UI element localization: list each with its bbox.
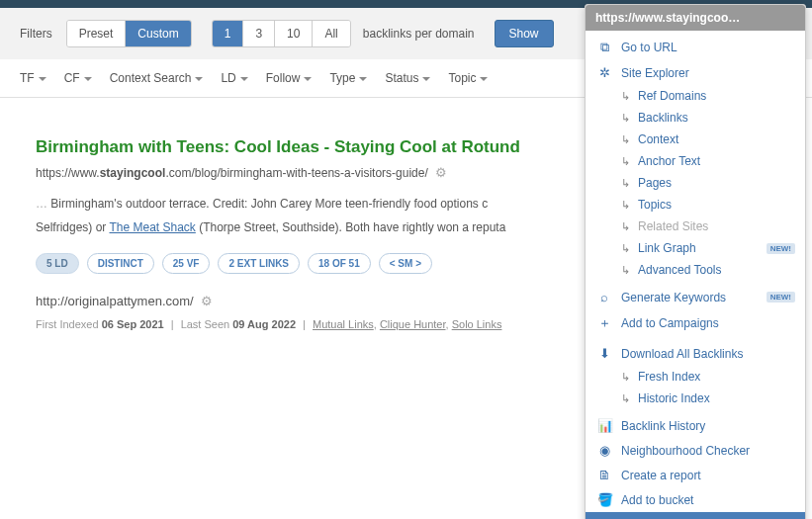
url-domain: stayingcool — [100, 166, 166, 180]
menu-backlink-history[interactable]: 📊 Backlink History — [586, 413, 805, 438]
pill-distinct[interactable]: DISTINCT — [87, 253, 154, 274]
sub-arrow-icon: ↳ — [621, 220, 630, 233]
menu-label: Neighbourhood Checker — [621, 444, 750, 458]
solo-links-link[interactable]: Solo Links — [452, 318, 502, 330]
pill-ld[interactable]: 5 LD — [36, 253, 79, 274]
preset-button[interactable]: Preset — [67, 21, 127, 46]
context-search-dropdown[interactable]: Context Search — [110, 71, 204, 85]
status-dropdown[interactable]: Status — [385, 71, 430, 85]
url-prefix: https://www. — [36, 166, 100, 180]
sub-arrow-icon: ↳ — [621, 392, 630, 405]
menu-anchor-text[interactable]: ↳Anchor Text — [586, 150, 805, 172]
pp-all-button[interactable]: All — [313, 21, 349, 46]
menu-topics[interactable]: ↳Topics — [586, 194, 805, 216]
menu-neighbourhood[interactable]: ◉ Neighbourhood Checker — [586, 438, 805, 463]
menu-generate-keywords[interactable]: ⌕ Generate Keywords NEW! — [586, 285, 805, 309]
show-button[interactable]: Show — [495, 20, 554, 47]
menu-context[interactable]: ↳Context — [586, 129, 805, 150]
tf-dropdown[interactable]: TF — [20, 71, 46, 85]
pill-of[interactable]: 18 OF 51 — [308, 253, 371, 274]
ld-dropdown[interactable]: LD — [221, 71, 247, 85]
gear-icon[interactable]: ⚙ — [201, 294, 213, 308]
menu-label: Pages — [638, 176, 672, 190]
menu-pages[interactable]: ↳Pages — [586, 172, 805, 194]
backlink-url-text[interactable]: http://originalpattymen.com/ — [36, 294, 194, 308]
preset-custom-group: Preset Custom — [66, 20, 192, 47]
snippet-link[interactable]: The Meat Shack — [109, 220, 195, 234]
cf-dropdown[interactable]: CF — [64, 71, 92, 85]
menu-set-default[interactable]: ⚙ Set default action — [586, 512, 805, 519]
menu-add-campaigns[interactable]: ＋ Add to Campaigns — [586, 309, 805, 337]
menu-advanced-tools[interactable]: ↳Advanced Tools — [586, 259, 805, 281]
pp-1-button[interactable]: 1 — [213, 21, 244, 46]
topic-dropdown[interactable]: Topic — [448, 71, 488, 85]
gear-icon[interactable]: ⚙ — [435, 165, 447, 180]
pp-10-button[interactable]: 10 — [275, 21, 313, 46]
menu-label: Go to URL — [621, 41, 677, 54]
menu-fresh-index[interactable]: ↳Fresh Index — [586, 366, 805, 388]
ellipsis: … — [36, 197, 47, 211]
sub-arrow-icon: ↳ — [621, 90, 630, 103]
pill-ext-links[interactable]: 2 EXT LINKS — [218, 253, 300, 274]
chart-icon: 📊 — [597, 418, 611, 433]
sub-arrow-icon: ↳ — [621, 112, 630, 125]
snippet-text-2b: (Thorpe Street, Southside). Both have ri… — [196, 220, 506, 234]
menu-label: Related Sites — [638, 219, 708, 233]
sub-arrow-icon: ↳ — [621, 155, 630, 168]
menu-label: Backlinks — [638, 111, 688, 125]
document-icon: 🗎 — [597, 468, 611, 482]
compass-icon: ✲ — [597, 65, 611, 80]
menu-link-graph[interactable]: ↳Link GraphNEW! — [586, 237, 805, 259]
menu-label: Create a report — [621, 469, 701, 482]
clique-hunter-link[interactable]: Clique Hunter — [380, 318, 446, 330]
type-dropdown[interactable]: Type — [329, 71, 367, 85]
per-domain-label: backlinks per domain — [363, 27, 475, 41]
menu-label: Topics — [638, 198, 672, 212]
pill-vf[interactable]: 25 VF — [162, 253, 211, 274]
follow-dropdown[interactable]: Follow — [266, 71, 313, 85]
menu-label: Advanced Tools — [638, 263, 722, 277]
new-badge: NEW! — [767, 292, 795, 303]
external-link-icon: ⧉ — [597, 40, 611, 55]
menu-label: Generate Keywords — [621, 291, 726, 304]
menu-historic-index[interactable]: ↳Historic Index — [586, 388, 805, 409]
snippet-text-1: Birmingham's outdoor terrace. Credit: Jo… — [47, 197, 488, 211]
menu-backlinks[interactable]: ↳Backlinks — [586, 107, 805, 129]
plus-icon: ＋ — [597, 314, 611, 332]
menu-label: Add to Campaigns — [621, 316, 719, 330]
menu-label: Backlink History — [621, 419, 705, 433]
bucket-icon: 🪣 — [597, 492, 611, 507]
menu-download-backlinks[interactable]: ⬇ Download All Backlinks — [586, 341, 805, 366]
last-seen-date: 09 Aug 2022 — [232, 318, 296, 330]
sub-arrow-icon: ↳ — [621, 264, 630, 277]
sub-arrow-icon: ↳ — [621, 242, 630, 255]
pp-3-button[interactable]: 3 — [243, 21, 275, 46]
menu-create-report[interactable]: 🗎 Create a report — [586, 463, 805, 487]
first-indexed-label: First Indexed — [36, 318, 102, 330]
menu-label: Download All Backlinks — [621, 347, 743, 361]
url-path: .com/blog/birmingham-with-teens-a-visito… — [165, 166, 427, 180]
filters-label: Filters — [20, 27, 52, 41]
new-badge: NEW! — [767, 243, 795, 254]
snippet-text-2a: Selfridges) or — [36, 220, 109, 234]
menu-go-to-url[interactable]: ⧉ Go to URL — [586, 35, 805, 60]
menu-label: Ref Domains — [638, 89, 706, 103]
pill-sm[interactable]: < SM > — [379, 253, 432, 274]
sub-arrow-icon: ↳ — [621, 177, 630, 190]
menu-label: Site Explorer — [621, 66, 689, 80]
menu-related-sites[interactable]: ↳Related Sites — [586, 216, 805, 237]
menu-label: Add to bucket — [621, 493, 693, 507]
download-icon: ⬇ — [597, 346, 611, 361]
first-indexed-date: 06 Sep 2021 — [102, 318, 164, 330]
sub-arrow-icon: ↳ — [621, 371, 630, 384]
menu-add-bucket[interactable]: 🪣 Add to bucket — [586, 487, 805, 512]
menu-ref-domains[interactable]: ↳Ref Domains — [586, 85, 805, 107]
last-seen-label: Last Seen — [181, 318, 233, 330]
sub-arrow-icon: ↳ — [621, 133, 630, 146]
mutual-links-link[interactable]: Mutual Links — [313, 318, 374, 330]
menu-label: Link Graph — [638, 241, 696, 255]
menu-site-explorer[interactable]: ✲ Site Explorer — [586, 60, 805, 85]
custom-button[interactable]: Custom — [126, 21, 190, 46]
menu-label: Historic Index — [638, 391, 710, 405]
sub-arrow-icon: ↳ — [621, 199, 630, 212]
